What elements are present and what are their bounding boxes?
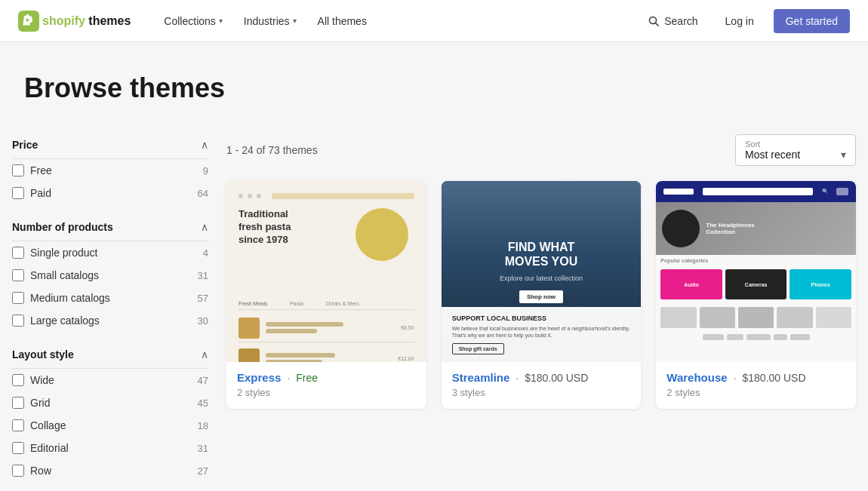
filter-item-editorial[interactable]: Editorial 31 [12, 437, 208, 459]
search-icon [648, 15, 660, 27]
logo[interactable]: shopify themes [18, 11, 131, 32]
filter-section-num-products: Number of products ∧ Single product 4 Sm… [12, 210, 208, 332]
filter-item-small[interactable]: Small catalogs 31 [12, 264, 208, 287]
filter-count-free: 9 [203, 165, 208, 176]
filter-count-small: 31 [198, 270, 208, 281]
theme-link-streamline[interactable]: Streamline [452, 371, 510, 384]
theme-price-warehouse: $180.00 USD [743, 372, 806, 384]
theme-thumbnail-streamline: FIND WHATMOVES YOU Explore our latest co… [442, 181, 642, 362]
get-started-button[interactable]: Get started [774, 9, 850, 33]
filter-label-small: Small catalogs [30, 269, 192, 281]
filter-title-layout: Layout style [12, 348, 74, 361]
filter-header-layout[interactable]: Layout style ∧ [12, 338, 208, 369]
filter-checkbox-row[interactable] [12, 465, 24, 477]
filter-checkbox-free[interactable] [12, 164, 24, 176]
filter-checkbox-medium[interactable] [12, 292, 24, 304]
nav-industries[interactable]: Industries ▾ [235, 9, 306, 33]
filter-item-collage[interactable]: Collage 18 [12, 414, 208, 437]
layout-chevron-icon: ∧ [201, 348, 208, 361]
num-products-chevron-icon: ∧ [201, 221, 208, 233]
header-actions: Search Log in Get started [640, 9, 850, 33]
sort-chevron-icon: ▾ [841, 149, 846, 161]
filter-header-num-products[interactable]: Number of products ∧ [12, 210, 208, 241]
filter-header-price[interactable]: Price ∧ [12, 128, 208, 159]
sort-dropdown[interactable]: Sort Most recent ▾ [735, 134, 856, 166]
filter-checkbox-large[interactable] [12, 315, 24, 327]
shopify-bag-icon [18, 11, 39, 32]
filter-label-medium: Medium catalogs [30, 292, 192, 304]
theme-price-express: Free [296, 372, 318, 384]
theme-styles-express: 2 styles [237, 387, 416, 398]
filter-checkbox-editorial[interactable] [12, 442, 24, 454]
filter-item-wide[interactable]: Wide 47 [12, 369, 208, 391]
theme-card-streamline[interactable]: FIND WHATMOVES YOU Explore our latest co… [442, 181, 642, 409]
theme-styles-streamline: 3 styles [452, 387, 631, 398]
filter-label-single: Single product [30, 247, 197, 259]
theme-info-streamline: Streamline · $180.00 USD 3 styles [442, 362, 642, 409]
filter-count-collage: 18 [198, 420, 208, 431]
login-button[interactable]: Log in [718, 11, 762, 32]
theme-info-warehouse: Warehouse · $180.00 USD 2 styles [656, 362, 856, 409]
logo-text: shopify themes [42, 14, 131, 28]
theme-thumbnail-warehouse: 🔍 The HeadphonesCollection Popular categ… [656, 181, 856, 362]
filter-item-free[interactable]: Free 9 [12, 159, 208, 182]
filter-section-layout: Layout style ∧ Wide 47 Grid 45 Collage 1 [12, 338, 208, 482]
results-count: 1 - 24 of 73 themes [226, 144, 318, 156]
filter-label-collage: Collage [30, 419, 192, 431]
filter-label-free: Free [30, 164, 197, 176]
filter-label-editorial: Editorial [30, 442, 192, 454]
filter-count-large: 30 [198, 315, 208, 327]
hero-section: Browse themes [0, 42, 868, 128]
filter-item-grid[interactable]: Grid 45 [12, 391, 208, 414]
industries-chevron-icon: ▾ [293, 17, 297, 25]
search-button[interactable]: Search [640, 11, 705, 32]
filter-item-paid[interactable]: Paid 64 [12, 182, 208, 204]
theme-card-express[interactable]: Traditionalfresh pastasince 1978 Fresh M… [226, 181, 426, 409]
filter-item-medium[interactable]: Medium catalogs 57 [12, 287, 208, 309]
filter-count-row: 27 [198, 465, 208, 477]
filter-checkbox-small[interactable] [12, 269, 24, 281]
filter-label-grid: Grid [30, 397, 192, 409]
content-header: 1 - 24 of 73 themes Sort Most recent ▾ [226, 128, 856, 166]
filter-title-num-products: Number of products [12, 221, 113, 233]
theme-content: 1 - 24 of 73 themes Sort Most recent ▾ [226, 128, 856, 488]
page-title: Browse themes [24, 72, 844, 104]
filter-count-wide: 47 [198, 375, 208, 386]
filter-item-large[interactable]: Large catalogs 30 [12, 309, 208, 332]
theme-info-express: Express · Free 2 styles [226, 362, 426, 409]
filter-item-row[interactable]: Row 27 [12, 459, 208, 482]
sort-value: Most recent [745, 149, 800, 161]
filter-count-single: 4 [203, 247, 208, 259]
filter-checkbox-single[interactable] [12, 247, 24, 259]
filter-sidebar: Price ∧ Free 9 Paid 64 Number of product… [12, 128, 208, 488]
sort-value-row: Most recent ▾ [745, 149, 846, 161]
main-layout: Price ∧ Free 9 Paid 64 Number of product… [0, 128, 868, 491]
filter-count-paid: 64 [198, 188, 208, 199]
theme-grid: Traditionalfresh pastasince 1978 Fresh M… [226, 181, 856, 409]
filter-count-grid: 45 [198, 397, 208, 409]
filter-section-price: Price ∧ Free 9 Paid 64 [12, 128, 208, 204]
filter-label-paid: Paid [30, 187, 192, 199]
theme-price-streamline: $180.00 USD [525, 372, 588, 384]
theme-card-warehouse[interactable]: 🔍 The HeadphonesCollection Popular categ… [656, 181, 856, 409]
filter-count-medium: 57 [198, 293, 208, 304]
main-header: shopify themes Collections ▾ Industries … [0, 0, 868, 42]
nav-collections[interactable]: Collections ▾ [155, 9, 231, 33]
filter-label-large: Large catalogs [30, 315, 192, 327]
price-chevron-icon: ∧ [201, 139, 208, 151]
filter-items-num-products: Single product 4 Small catalogs 31 Mediu… [12, 241, 208, 332]
svg-line-2 [656, 23, 659, 26]
filter-label-wide: Wide [30, 374, 192, 386]
filter-checkbox-grid[interactable] [12, 397, 24, 409]
filter-item-single[interactable]: Single product 4 [12, 241, 208, 264]
filter-title-price: Price [12, 139, 38, 151]
filter-checkbox-collage[interactable] [12, 419, 24, 431]
nav-all-themes[interactable]: All themes [309, 9, 376, 33]
theme-link-warehouse[interactable]: Warehouse [666, 371, 727, 384]
filter-count-editorial: 31 [198, 443, 208, 454]
theme-thumbnail-express: Traditionalfresh pastasince 1978 Fresh M… [226, 181, 426, 362]
filter-checkbox-wide[interactable] [12, 374, 24, 386]
filter-items-price: Free 9 Paid 64 [12, 159, 208, 204]
filter-checkbox-paid[interactable] [12, 187, 24, 199]
theme-link-express[interactable]: Express [237, 371, 281, 384]
